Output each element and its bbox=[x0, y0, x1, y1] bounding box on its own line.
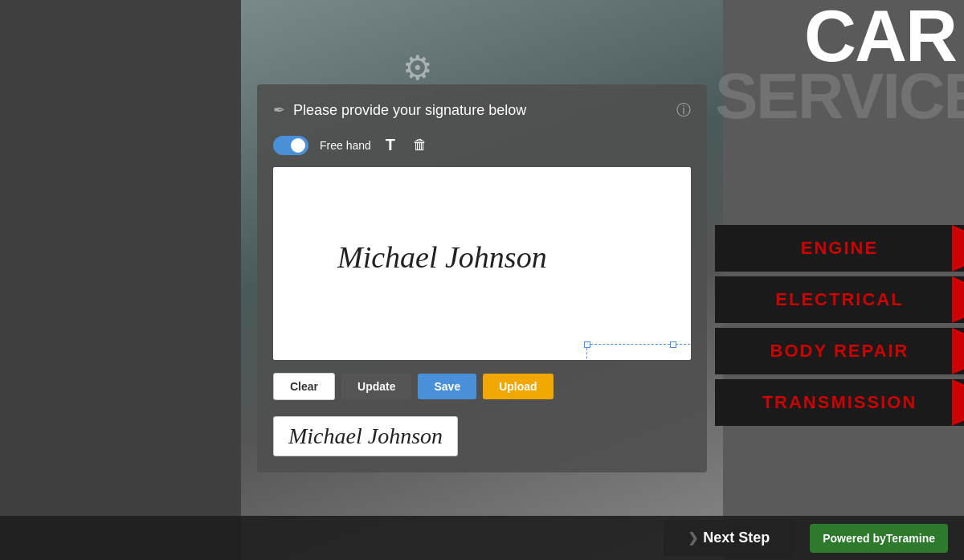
service-item-label: BODY REPAIR bbox=[770, 341, 909, 362]
brand-name: Teramine bbox=[886, 532, 935, 545]
gear-icon: ⚙ bbox=[402, 48, 434, 88]
freehand-toggle[interactable] bbox=[273, 136, 308, 155]
service-title-text: SERVICE bbox=[715, 64, 964, 129]
service-menu: ENGINE ELECTRICAL BODY REPAIR TRANSMISSI… bbox=[715, 225, 964, 426]
next-step-label: Next Step bbox=[703, 529, 770, 546]
modal-title-row: ✒ Please provide your signature below bbox=[273, 101, 526, 119]
signature-preview-text: Michael Johnson bbox=[288, 423, 443, 448]
modal-header: ✒ Please provide your signature below ⓘ bbox=[273, 100, 691, 120]
text-tool-icon[interactable]: T bbox=[382, 133, 398, 157]
handle-tl bbox=[584, 341, 590, 348]
service-item-label: TRANSMISSION bbox=[762, 392, 917, 413]
upload-button[interactable]: Upload bbox=[483, 374, 553, 399]
service-item-electrical[interactable]: ELECTRICAL bbox=[715, 276, 964, 323]
modal-title-text: Please provide your signature below bbox=[293, 102, 526, 119]
save-button[interactable]: Save bbox=[418, 374, 476, 399]
signature-preview: Michael Johnson bbox=[273, 416, 458, 456]
service-item-label: ELECTRICAL bbox=[775, 289, 903, 310]
signature-canvas[interactable]: Michael Johnson bbox=[273, 167, 691, 360]
signature-canvas-text: Michael Johnson bbox=[337, 239, 547, 275]
brand-title: CAR SERVICE bbox=[715, 0, 964, 129]
powered-by-text: Powered by bbox=[823, 532, 886, 545]
service-item-engine[interactable]: ENGINE bbox=[715, 225, 964, 272]
update-button[interactable]: Update bbox=[341, 374, 411, 399]
freehand-label: Free hand bbox=[320, 139, 371, 152]
toggle-thumb bbox=[291, 138, 305, 153]
link-icon: ✒ bbox=[273, 101, 285, 119]
signature-toolbar: Free hand T 🗑 bbox=[273, 133, 691, 157]
service-item-transmission[interactable]: TRANSMISSION bbox=[715, 379, 964, 426]
service-item-body-repair[interactable]: BODY REPAIR bbox=[715, 328, 964, 374]
bottom-bar: ❯ Next Step Powered byTeramine bbox=[0, 516, 964, 560]
service-item-label: ENGINE bbox=[801, 238, 878, 259]
action-buttons: Clear Update Save Upload bbox=[273, 373, 691, 400]
powered-by-badge: Powered byTeramine bbox=[810, 524, 948, 553]
info-icon[interactable]: ⓘ bbox=[676, 100, 691, 120]
selection-box bbox=[586, 344, 691, 360]
handle-tm bbox=[670, 341, 676, 348]
clear-button[interactable]: Clear bbox=[273, 373, 335, 400]
arrow-icon: ❯ bbox=[688, 530, 698, 546]
next-step-button[interactable]: ❯ Next Step bbox=[664, 520, 794, 556]
trash-icon[interactable]: 🗑 bbox=[410, 133, 431, 157]
signature-modal: ✒ Please provide your signature below ⓘ … bbox=[257, 84, 707, 472]
